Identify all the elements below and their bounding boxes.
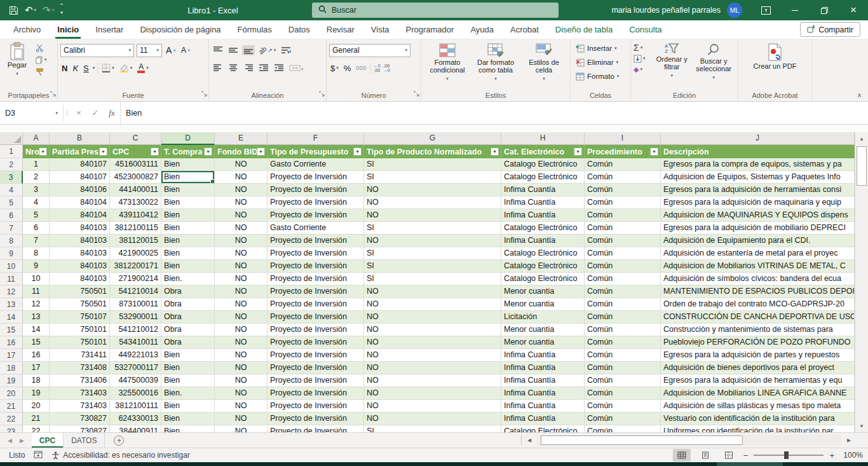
cell-D17[interactable]: Bien (161, 349, 215, 362)
cell-J5[interactable]: Egresos para la adquisición de maquinari… (661, 196, 855, 209)
row-header-11[interactable]: 11 (0, 273, 23, 285)
column-header-G[interactable]: G (364, 132, 501, 145)
cell-F20[interactable]: Proyecto de Inversión (268, 387, 364, 400)
cell-C4[interactable]: 441400011 (110, 184, 161, 196)
cell-G15[interactable]: NO (364, 324, 501, 336)
row-header-10[interactable]: 10 (0, 260, 23, 273)
cell-B12[interactable]: 750501 (50, 285, 110, 298)
cell-H23[interactable]: Catalogo Electrónico (501, 425, 585, 432)
comma-format-icon[interactable]: 000 (355, 65, 368, 71)
cell-E11[interactable]: NO (215, 273, 268, 285)
bold-button[interactable]: N (60, 64, 69, 73)
minimize-button[interactable]: ─ (780, 0, 810, 20)
sheet-nav-right-icon[interactable]: ▶ (20, 437, 24, 444)
cell-C17[interactable]: 449221013 (110, 349, 161, 362)
page-layout-view-button[interactable] (696, 449, 714, 462)
cell-E17[interactable]: NO (215, 349, 268, 362)
cell-G9[interactable]: SI (364, 247, 501, 260)
cell-J13[interactable]: Orden de trabajo del contrato MCO-GADPRS… (661, 298, 855, 311)
column-header-E[interactable]: E (215, 132, 268, 145)
cell-A7[interactable]: 6 (23, 222, 50, 235)
cell-E8[interactable]: NO (215, 235, 268, 247)
cell-E13[interactable]: NO (215, 298, 268, 311)
cell-J2[interactable]: Egresos para la compra de equipos, siste… (661, 158, 855, 171)
zoom-slider[interactable] (754, 455, 824, 456)
header-cell-descripci-n[interactable]: Descripción (661, 145, 855, 158)
cell-C22[interactable]: 624330013 (110, 413, 161, 425)
ribbon-display-options-icon[interactable] (751, 0, 780, 20)
cell-B16[interactable]: 750101 (50, 336, 110, 349)
cell-A8[interactable]: 7 (23, 235, 50, 247)
cell-B23[interactable]: 730827 (50, 425, 110, 432)
filter-icon[interactable]: ▾ (353, 147, 362, 156)
cell-B13[interactable]: 750501 (50, 298, 110, 311)
name-box[interactable]: D3 ▾ (0, 105, 64, 121)
cell-E2[interactable]: NO (215, 158, 268, 171)
cell-G8[interactable]: NO (364, 235, 501, 247)
cell-F23[interactable]: Proyecto de Inversión (268, 425, 364, 432)
cell-G13[interactable]: NO (364, 298, 501, 311)
avatar[interactable]: ML (727, 3, 742, 18)
borders-icon[interactable]: ▾ (100, 64, 116, 72)
row-header-19[interactable]: 19 (0, 374, 23, 387)
cell-C20[interactable]: 325500016 (110, 387, 161, 400)
tab-vista[interactable]: Vista (363, 20, 398, 39)
cell-F13[interactable]: Proyecto de Inversión (268, 298, 364, 311)
cell-B15[interactable]: 750101 (50, 324, 110, 336)
cell-A11[interactable]: 10 (23, 273, 50, 285)
dialog-launcher-alignment[interactable] (319, 88, 325, 99)
new-sheet-button[interactable]: + (114, 435, 124, 446)
cell-B20[interactable]: 731403 (50, 387, 110, 400)
cell-A23[interactable]: 22 (23, 425, 50, 432)
cell-G19[interactable]: NO (364, 374, 501, 387)
cell-E9[interactable]: NO (215, 247, 268, 260)
align-bottom-icon[interactable] (242, 45, 255, 55)
column-header-A[interactable]: A (23, 132, 50, 145)
vertical-scroll-thumb[interactable] (857, 146, 867, 186)
cell-C23[interactable]: 384400911 (110, 425, 161, 432)
cell-B18[interactable]: 731408 (50, 362, 110, 374)
format-cells-button[interactable]: Formato ▾ (576, 70, 628, 83)
decrease-font-icon[interactable]: A˅ (180, 46, 192, 55)
cell-J3[interactable]: Adquisicion de Equipos, Sistemas y Paque… (661, 171, 855, 184)
clear-button[interactable]: ◆▾ (634, 65, 651, 74)
fill-color-icon[interactable]: ▾ (118, 64, 134, 72)
cell-F6[interactable]: Proyecto de Inversión (268, 209, 364, 222)
cell-F9[interactable]: Proyecto de Inversión (268, 247, 364, 260)
cell-H5[interactable]: Infima Cuantía (501, 196, 585, 209)
cell-D19[interactable]: Bien (161, 374, 215, 387)
cell-G22[interactable]: NO (364, 413, 501, 425)
cell-G6[interactable]: NO (364, 209, 501, 222)
cell-C12[interactable]: 541210014 (110, 285, 161, 298)
cell-I18[interactable]: Común (585, 362, 661, 374)
cell-H19[interactable]: Infima Cuantía (501, 374, 585, 387)
cell-A17[interactable]: 16 (23, 349, 50, 362)
cell-H16[interactable]: Menor cuantia (501, 336, 585, 349)
close-button[interactable]: × (839, 0, 868, 20)
cell-E20[interactable]: NO (215, 387, 268, 400)
cell-I16[interactable]: Común (585, 336, 661, 349)
tab-archivo[interactable]: Archivo (5, 20, 49, 39)
cell-A20[interactable]: 19 (23, 387, 50, 400)
cell-G5[interactable]: NO (364, 196, 501, 209)
cell-D8[interactable]: Bien (161, 235, 215, 247)
row-header-18[interactable]: 18 (0, 362, 23, 374)
cell-I13[interactable]: Común (585, 298, 661, 311)
cell-H4[interactable]: Infima Cuantía (501, 184, 585, 196)
cell-F12[interactable]: Proyecto de Inversión (268, 285, 364, 298)
decrease-decimal-icon[interactable]: ,00→0 (383, 64, 390, 72)
zoom-in-button[interactable]: + (829, 451, 834, 460)
orientation-icon[interactable]: ab↗▾ (257, 46, 277, 54)
cell-I21[interactable]: Común (585, 400, 661, 413)
header-cell-fondo-bid[interactable]: Fondo BID▾ (215, 145, 268, 158)
cell-I14[interactable]: Común (585, 311, 661, 324)
cell-F17[interactable]: Proyecto de Inversión (268, 349, 364, 362)
cell-G14[interactable]: NO (364, 311, 501, 324)
cell-J11[interactable]: Adquisición de símbolos cívicos: bandera… (661, 273, 855, 285)
row-header-22[interactable]: 22 (0, 413, 23, 425)
header-cell-tipo-de-presupuesto[interactable]: Tipo de Presupuesto▾ (268, 145, 364, 158)
filter-icon[interactable]: ▾ (99, 147, 107, 156)
filter-icon[interactable]: ▾ (257, 147, 265, 156)
cell-F22[interactable]: Proyecto de Inversión (268, 413, 364, 425)
cell-D3[interactable]: Bien (161, 171, 215, 184)
